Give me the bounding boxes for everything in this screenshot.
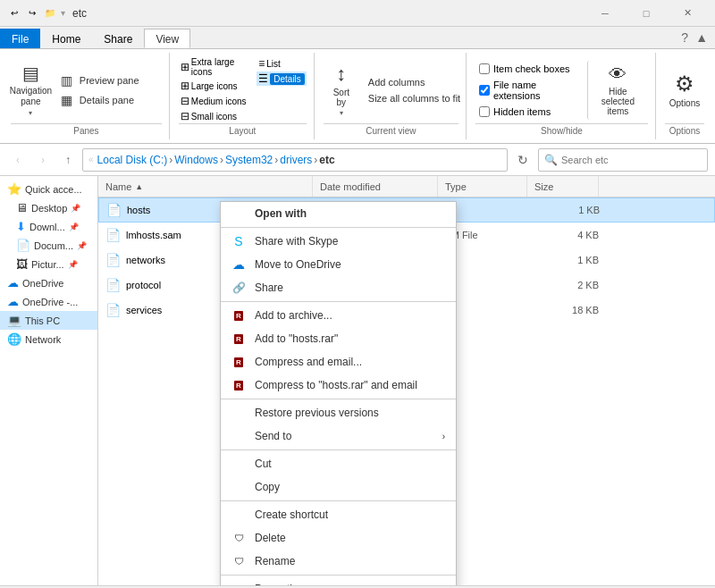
sidebar-item-downloads[interactable]: ⬇ Downl... 📌 — [0, 217, 97, 236]
item-checkboxes-option[interactable]: Item check boxes — [475, 62, 580, 76]
hide-selected-button[interactable]: 👁 Hide selecteditems — [587, 61, 648, 120]
folder-icon[interactable]: 📁 — [43, 6, 57, 21]
back-button: ‹ — [7, 149, 29, 171]
undo-icon[interactable]: ↩ — [7, 6, 21, 21]
small-icon: ⊟ — [181, 110, 189, 122]
sidebar-item-this-pc[interactable]: 💻 This PC — [0, 311, 97, 330]
minimize-button[interactable]: ─ — [585, 0, 626, 27]
tab-home[interactable]: Home — [40, 29, 92, 48]
file-size-protocol: 2 KB — [527, 280, 599, 290]
ctx-share-skype[interactable]: S Share with Skype — [221, 230, 456, 253]
breadcrumb-system32[interactable]: System32 — [225, 154, 273, 166]
ctx-properties[interactable]: Properties — [221, 577, 456, 585]
window-title: etc — [72, 7, 585, 20]
layout-large[interactable]: ⊞ Large icons — [179, 79, 253, 93]
layout-small[interactable]: ⊟ Small icons — [179, 109, 253, 123]
sidebar-item-onedrive2[interactable]: ☁ OneDrive -... — [0, 292, 97, 311]
extra-large-icon: ⊞ — [181, 61, 189, 73]
size-columns-button[interactable]: Size all columns to fit — [363, 91, 470, 105]
preview-pane-button[interactable]: ▥ Preview pane — [55, 71, 162, 89]
redo-icon[interactable]: ↪ — [25, 6, 39, 21]
file-list-header: Name ▲ Date modified Type Size — [98, 176, 715, 197]
file-size-lmhosts: 4 KB — [527, 230, 599, 240]
ribbon-tab-bar: File Home Share View ? ▲ — [0, 27, 715, 48]
item-checkboxes-input[interactable] — [479, 63, 490, 74]
ctx-restore-versions[interactable]: Restore previous versions — [221, 401, 456, 424]
column-header-name[interactable]: Name ▲ — [98, 176, 313, 197]
sidebar-item-desktop[interactable]: 🖥 Desktop 📌 — [0, 198, 97, 217]
options-group-label: Options — [665, 123, 704, 136]
desktop-pin: 📌 — [71, 204, 80, 213]
tab-file[interactable]: File — [0, 29, 40, 48]
ctx-delete[interactable]: 🛡 Delete — [221, 526, 456, 550]
breadcrumb-windows[interactable]: Windows — [174, 154, 218, 166]
restore-icon — [231, 406, 246, 420]
ctx-move-onedrive[interactable]: ☁ Move to OneDrive — [221, 253, 456, 276]
search-input[interactable] — [561, 155, 702, 165]
details-pane-button[interactable]: ▦ Details pane — [55, 91, 162, 109]
size-columns-label: Size all columns to fit — [368, 93, 460, 104]
hide-selected-icon: 👁 — [609, 64, 627, 85]
ctx-copy[interactable]: Copy — [221, 475, 456, 499]
quick-access-icon: ⭐ — [7, 182, 21, 196]
column-header-size[interactable]: Size — [527, 176, 599, 197]
maximize-button[interactable]: □ — [626, 0, 667, 27]
tab-share[interactable]: Share — [92, 29, 144, 48]
ctx-share[interactable]: 🔗 Share — [221, 276, 456, 299]
context-menu: Open with S Share with Skype ☁ Move to O… — [220, 201, 457, 585]
rar-icon-4: R — [231, 378, 246, 392]
file-extensions-input[interactable] — [479, 85, 490, 96]
column-header-type[interactable]: Type — [438, 176, 527, 197]
close-button[interactable]: ✕ — [667, 0, 708, 27]
file-icon-protocol: 📄 — [105, 278, 121, 292]
ctx-create-shortcut[interactable]: Create shortcut — [221, 503, 456, 526]
sort-arrow[interactable]: ▾ — [340, 109, 343, 117]
ctx-add-archive[interactable]: R Add to archive... — [221, 304, 456, 327]
ribbon-group-options: ⚙ Options Options — [658, 53, 711, 139]
skype-icon: S — [231, 234, 246, 248]
list-icon: ≡ — [258, 57, 265, 70]
sort-by-button[interactable]: ↕ Sortby ▾ — [324, 59, 359, 121]
sidebar-item-documents[interactable]: 📄 Docum... 📌 — [0, 236, 97, 255]
dropdown-arrow[interactable]: ▾ — [61, 8, 65, 18]
rar-icon-1: R — [231, 308, 246, 323]
details-pane-label: Details pane — [80, 95, 134, 105]
hidden-items-input[interactable] — [479, 106, 490, 117]
file-area: Name ▲ Date modified Type Size 📄 hosts 0… — [98, 176, 715, 585]
options-button[interactable]: ⚙ Options — [665, 68, 704, 112]
ctx-compress-email[interactable]: R Compress and email... — [221, 350, 456, 374]
ctx-add-hosts-rar[interactable]: R Add to "hosts.rar" — [221, 327, 456, 350]
ctx-send-to[interactable]: Send to › — [221, 424, 456, 448]
ribbon-group-showhide: Item check boxes File name extensions Hi… — [468, 53, 656, 139]
layout-extra-large[interactable]: ⊞ Extra large icons — [179, 56, 253, 78]
layout-details[interactable]: ☰ Details — [257, 71, 307, 86]
hidden-items-option[interactable]: Hidden items — [475, 105, 580, 119]
up-button[interactable]: ↑ — [57, 149, 79, 171]
add-columns-button[interactable]: Add columns — [363, 75, 470, 89]
sidebar-item-quick-access[interactable]: ⭐ Quick acce... — [0, 180, 97, 198]
navigation-pane-button[interactable]: ▤ Navigationpane ▾ — [11, 59, 51, 121]
sidebar-item-network[interactable]: 🌐 Network — [0, 330, 97, 349]
column-header-date[interactable]: Date modified — [313, 176, 438, 197]
sidebar-item-pictures[interactable]: 🖼 Pictur... 📌 — [0, 255, 97, 273]
layout-medium[interactable]: ⊟ Medium icons — [179, 94, 253, 108]
tab-view[interactable]: View — [144, 29, 190, 48]
breadcrumb-local-disk[interactable]: Local Disk (C:) — [97, 154, 168, 166]
breadcrumb-drivers[interactable]: drivers — [280, 154, 312, 166]
refresh-button[interactable]: ↻ — [511, 148, 534, 172]
file-extensions-option[interactable]: File name extensions — [475, 78, 580, 103]
ctx-open-with[interactable]: Open with — [221, 202, 456, 225]
layout-list[interactable]: ≡ List — [257, 56, 307, 71]
ribbon-content: ▤ Navigationpane ▾ ▥ Preview pane ▦ Deta… — [0, 48, 715, 143]
ribbon-collapse-button[interactable]: ▲ — [695, 30, 708, 45]
ctx-cut[interactable]: Cut — [221, 452, 456, 475]
search-box[interactable]: 🔍 — [538, 148, 708, 172]
sidebar-item-onedrive[interactable]: ☁ OneDrive — [0, 273, 97, 292]
ctx-compress-hosts-email[interactable]: R Compress to "hosts.rar" and email — [221, 374, 456, 397]
ctx-rename[interactable]: 🛡 Rename — [221, 550, 456, 573]
address-bar[interactable]: « Local Disk (C:) › Windows › System32 ›… — [82, 148, 508, 172]
nav-pane-arrow[interactable]: ▾ — [29, 109, 32, 117]
layout-items: ⊞ Extra large icons ⊞ Large icons ⊟ Medi… — [179, 56, 307, 123]
help-button[interactable]: ? — [681, 30, 688, 45]
current-group-label: Current view — [324, 123, 458, 136]
